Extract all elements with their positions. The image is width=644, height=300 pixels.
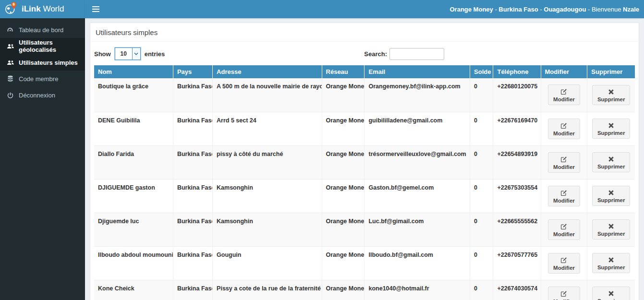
modify-button[interactable]: Modifier — [548, 219, 580, 240]
sidebar-toggle-button[interactable] — [85, 0, 106, 18]
modify-button[interactable]: Modifier — [548, 186, 580, 206]
sidebar-item-utilisateurs-simples[interactable]: Utilisateurs simples — [0, 54, 85, 71]
delete-button[interactable]: Supprimer — [592, 287, 631, 300]
cell-telephone: +22665555562 — [493, 213, 541, 246]
delete-button[interactable]: Supprimer — [592, 253, 631, 273]
cell-reseau: Orange Money — [322, 78, 365, 112]
close-x-icon — [608, 257, 614, 263]
cell-reseau: Orange Money — [322, 145, 365, 179]
page-length-value: 10 — [115, 48, 132, 60]
page-length-select[interactable]: 10 — [115, 48, 141, 60]
close-x-icon — [608, 156, 614, 162]
sidebar-item-label: Utilisateurs géolocalisés — [19, 39, 79, 53]
column-header-telephone[interactable]: Téléphone — [493, 65, 541, 78]
user-context: Orange Money - Burkina Faso - Ouagadougo… — [450, 6, 644, 13]
sidebar-item-label: Utilisateurs simples — [19, 59, 78, 66]
entries-label: entries — [145, 50, 165, 58]
box-body: Show 10 entries Search: — [90, 42, 639, 300]
cell-nom: Diallo Farida — [94, 145, 173, 179]
delete-button[interactable]: Supprimer — [592, 219, 631, 240]
welcome-label: Bienvenue — [592, 6, 621, 13]
modify-button[interactable]: Modifier — [548, 287, 580, 300]
cell-adresse: Kamsonghin — [213, 213, 322, 246]
cell-telephone: +22676169470 — [493, 112, 541, 145]
close-x-icon — [608, 89, 614, 95]
cell-solde: 0 — [470, 213, 493, 246]
sidebar-item-label: Déconnexion — [19, 92, 55, 99]
cell-solde: 0 — [470, 246, 493, 280]
cell-solde: 0 — [470, 145, 493, 179]
delete-button[interactable]: Supprimer — [592, 152, 631, 172]
users-icon — [6, 60, 14, 66]
cell-reseau: Orange Money — [322, 246, 365, 280]
close-x-icon — [608, 122, 614, 129]
cell-adresse: Arrd 5 sect 24 — [213, 112, 322, 145]
country-name: Burkina Faso — [498, 6, 538, 13]
network-name: Orange Money — [450, 6, 493, 13]
delete-button[interactable]: Supprimer — [592, 119, 631, 139]
cell-email: Gaston.bf@gemel.com — [365, 179, 470, 213]
search-control: Search: — [364, 48, 444, 60]
cell-email: guibililladene@gmail.com — [365, 112, 470, 145]
edit-pencil-icon — [560, 88, 567, 95]
cell-email: trésormerveilleuxlove@gmail.com — [365, 145, 470, 179]
sidebar: $ iLink World Tableau de bord — [0, 0, 85, 300]
modify-button[interactable]: Modifier — [548, 253, 580, 274]
cell-telephone: +22675303554 — [493, 179, 541, 213]
cell-adresse: Pissy a cote de la rue de la fraternité — [213, 280, 322, 300]
column-header-nom[interactable]: Nom — [94, 65, 173, 78]
brand-title: iLink World — [22, 4, 64, 14]
column-header-reseau[interactable]: Réseau — [322, 65, 365, 78]
table-header-row: Nom Pays Adresse Réseau Email Solde Télé… — [94, 65, 635, 78]
sidebar-item-label: Code membre — [19, 75, 58, 83]
brand-link[interactable]: $ iLink World — [0, 0, 85, 18]
delete-button[interactable]: Supprimer — [592, 85, 631, 105]
search-input[interactable] — [389, 48, 444, 60]
cell-telephone: +22674030574 — [493, 280, 541, 300]
show-label: Show — [94, 50, 111, 58]
sidebar-item-code-membre[interactable]: Code membre — [0, 71, 85, 87]
cell-solde: 0 — [470, 179, 493, 213]
sidebar-item-deconnexion[interactable]: Déconnexion — [0, 87, 85, 103]
modify-button[interactable]: Modifier — [548, 152, 580, 173]
cell-email: Ilboudo.bf@gmail.com — [365, 246, 470, 280]
sidebar-item-dashboard[interactable]: Tableau de bord — [0, 22, 85, 38]
table-row: Diallo Farida Burkina Faso pissy à côté … — [94, 145, 635, 179]
table-row: DENE Guibilila Burkina Faso Arrd 5 sect … — [94, 112, 635, 145]
users-icon — [6, 43, 14, 49]
column-header-supprimer: Supprimer — [587, 65, 635, 78]
column-header-pays[interactable]: Pays — [173, 65, 212, 78]
cell-nom: Djiguemde luc — [94, 213, 173, 246]
database-icon — [6, 75, 14, 82]
sidebar-item-utilisateurs-geolocalises[interactable]: Utilisateurs géolocalisés — [0, 38, 85, 54]
box-header: Utilisateurs simples — [90, 23, 639, 42]
cell-email: Orangemoney.bf@ilink-app.com — [365, 78, 470, 112]
modify-button[interactable]: Modifier — [548, 84, 580, 105]
ilink-globe-pin-logo-icon: $ — [4, 1, 18, 17]
cell-adresse: Gouguin — [213, 246, 322, 280]
close-x-icon — [608, 223, 614, 229]
cell-adresse: A 500 m de la nouvelle mairie de rayongo — [213, 78, 322, 112]
cell-pays: Burkina Faso — [173, 280, 212, 300]
edit-pencil-icon — [560, 223, 567, 230]
delete-button[interactable]: Supprimer — [592, 186, 631, 206]
cell-pays: Burkina Faso — [173, 112, 212, 145]
close-x-icon — [608, 290, 614, 297]
edit-pencil-icon — [560, 290, 567, 297]
cell-pays: Burkina Faso — [173, 246, 212, 280]
dashboard-icon — [6, 26, 14, 33]
cell-pays: Burkina Faso — [173, 213, 212, 246]
city-name: Ouagadougou — [544, 6, 586, 13]
column-header-solde[interactable]: Solde — [470, 65, 493, 78]
column-header-adresse[interactable]: Adresse — [213, 65, 322, 78]
cell-telephone: +22654893919 — [493, 145, 541, 179]
modify-button[interactable]: Modifier — [548, 119, 580, 139]
sidebar-item-label: Tableau de bord — [19, 26, 63, 34]
column-header-modifier: Modifier — [541, 65, 587, 78]
column-header-email[interactable]: Email — [365, 65, 470, 78]
cell-pays: Burkina Faso — [173, 78, 212, 112]
content-area: Utilisateurs simples Show 10 e — [85, 18, 644, 300]
svg-text:$: $ — [13, 2, 15, 6]
table-row: Kone Cheick Burkina Faso Pissy a cote de… — [94, 280, 635, 300]
app-window: $ iLink World Tableau de bord — [0, 0, 644, 300]
